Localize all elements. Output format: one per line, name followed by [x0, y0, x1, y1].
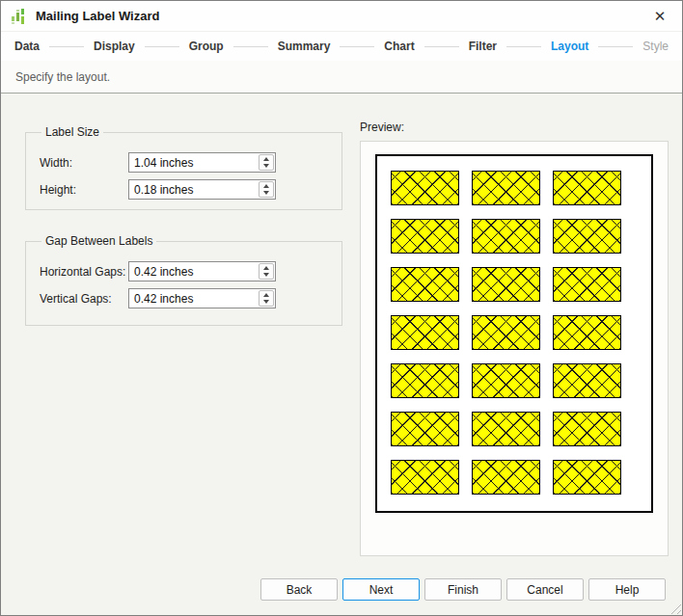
step-chart[interactable]: Chart — [384, 40, 414, 53]
vertical-gaps-spinner — [128, 288, 276, 308]
content-area: Label Size Width: Height: — [1, 94, 682, 615]
label-cell — [391, 267, 459, 302]
label-cell — [553, 219, 621, 254]
width-input[interactable] — [129, 153, 258, 172]
spin-down-button[interactable] — [260, 272, 273, 280]
arrow-up-icon — [263, 157, 269, 161]
horizontal-gaps-spinner — [128, 261, 276, 281]
spin-down-button[interactable] — [260, 190, 273, 198]
cancel-button[interactable]: Cancel — [506, 578, 584, 601]
mailing-label-wizard-dialog: Mailing Label Wizard ✕ Data Display Grou… — [0, 0, 683, 616]
labels-grid — [377, 156, 651, 495]
step-display[interactable]: Display — [94, 40, 135, 53]
horizontal-gaps-label: Horizontal Gaps: — [40, 265, 128, 279]
horizontal-gaps-row: Horizontal Gaps: — [40, 261, 330, 281]
spin-up-button[interactable] — [260, 291, 273, 299]
help-button[interactable]: Help — [588, 578, 666, 601]
width-spin-buttons — [259, 154, 274, 171]
width-label: Width: — [40, 156, 128, 170]
window-title: Mailing Label Wizard — [36, 9, 649, 23]
vertical-gaps-input[interactable] — [129, 289, 258, 308]
step-style[interactable]: Style — [642, 40, 669, 53]
close-icon[interactable]: ✕ — [649, 6, 670, 27]
title-bar: Mailing Label Wizard ✕ — [1, 1, 682, 32]
step-summary[interactable]: Summary — [278, 40, 331, 53]
spin-down-button[interactable] — [260, 299, 273, 307]
step-connector — [424, 46, 459, 47]
preview-panel — [360, 141, 669, 556]
label-cell — [472, 363, 540, 398]
step-connector — [49, 46, 84, 47]
label-cell — [472, 267, 540, 302]
wizard-step-nav: Data Display Group Summary Chart Filter … — [1, 32, 682, 61]
arrow-up-icon — [263, 184, 269, 188]
horizontal-gaps-spin-buttons — [259, 263, 274, 280]
arrow-down-icon — [263, 164, 269, 168]
arrow-down-icon — [263, 273, 269, 277]
arrow-down-icon — [263, 300, 269, 304]
label-cell — [391, 219, 459, 254]
next-button[interactable]: Next — [342, 578, 420, 601]
back-button[interactable]: Back — [260, 578, 338, 601]
label-cell — [553, 363, 621, 398]
label-cell — [391, 171, 459, 205]
label-cell — [553, 171, 621, 205]
height-spinner — [128, 179, 276, 200]
step-group[interactable]: Group — [189, 40, 224, 53]
wizard-subtitle: Specify the layout. — [15, 70, 110, 84]
label-size-legend: Label Size — [41, 125, 103, 139]
label-cell — [553, 460, 621, 495]
height-row: Height: — [40, 179, 330, 200]
label-cell — [553, 412, 621, 446]
step-connector — [145, 46, 179, 47]
spin-down-button[interactable] — [260, 163, 273, 171]
vertical-gaps-row: Vertical Gaps: — [40, 288, 330, 308]
subtitle-strip: Specify the layout. — [1, 61, 682, 94]
label-cell — [553, 315, 621, 350]
label-cell — [472, 460, 540, 495]
preview-page — [375, 154, 653, 513]
step-filter[interactable]: Filter — [469, 40, 497, 53]
label-cell — [472, 412, 540, 446]
vertical-gaps-label: Vertical Gaps: — [40, 292, 128, 306]
spin-up-button[interactable] — [260, 155, 273, 163]
spin-up-button[interactable] — [260, 182, 273, 190]
step-connector — [233, 46, 268, 47]
step-connector — [340, 46, 374, 47]
arrow-down-icon — [263, 191, 269, 195]
preview-label: Preview: — [360, 121, 404, 134]
step-connector — [598, 46, 633, 47]
width-spinner — [128, 152, 276, 173]
app-logo-icon — [11, 8, 28, 25]
label-cell — [391, 412, 459, 446]
label-cell — [391, 460, 459, 495]
label-cell — [472, 219, 540, 254]
label-cell — [472, 171, 540, 205]
height-label: Height: — [40, 183, 128, 197]
horizontal-gaps-input[interactable] — [129, 262, 258, 281]
arrow-up-icon — [263, 266, 269, 270]
vertical-gaps-spin-buttons — [259, 290, 274, 307]
label-cell — [553, 267, 621, 302]
finish-button[interactable]: Finish — [424, 578, 502, 601]
label-cell — [391, 315, 459, 350]
width-row: Width: — [40, 152, 330, 173]
height-input[interactable] — [129, 180, 258, 199]
label-cell — [391, 363, 459, 398]
step-connector — [506, 46, 541, 47]
step-layout[interactable]: Layout — [551, 40, 588, 53]
spin-up-button[interactable] — [260, 264, 273, 272]
step-data[interactable]: Data — [14, 40, 40, 53]
arrow-up-icon — [263, 293, 269, 297]
gap-between-labels-group: Gap Between Labels Horizontal Gaps: Vert… — [25, 234, 342, 326]
footer-button-bar: Back Next Finish Cancel Help — [260, 578, 666, 601]
label-size-group: Label Size Width: Height: — [25, 125, 342, 210]
label-cell — [472, 315, 540, 350]
height-spin-buttons — [259, 181, 274, 198]
gap-group-legend: Gap Between Labels — [41, 234, 156, 248]
